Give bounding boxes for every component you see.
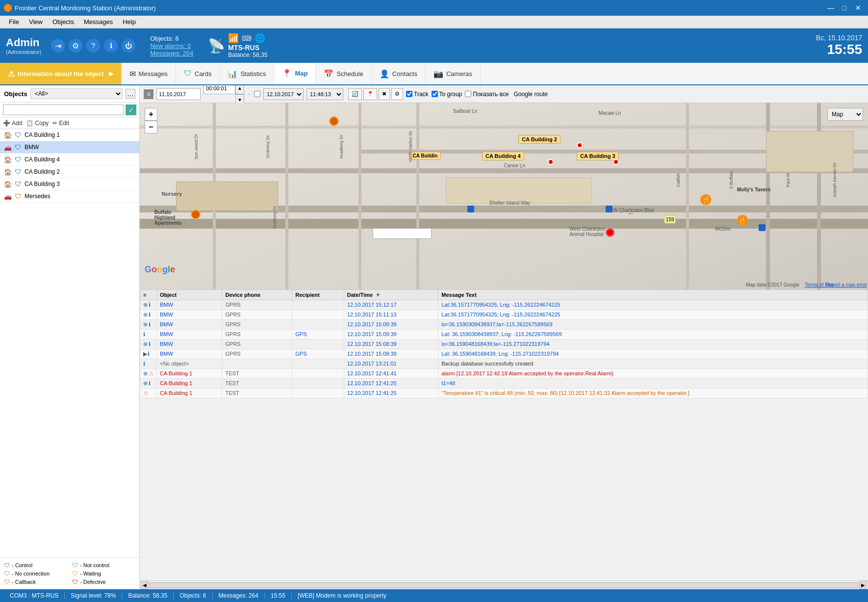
scroll-right-button[interactable]: ▶ bbox=[859, 581, 867, 589]
list-item[interactable]: 🏠 🛡 CA Building 4 bbox=[0, 154, 139, 166]
tab-info[interactable]: ⚠ Information about the object ▶ bbox=[0, 63, 122, 84]
table-row[interactable]: ⊕ℹBMWGPRS12.10.2017 15:08:39lo=36.159048… bbox=[140, 340, 868, 349]
map-search-box[interactable] bbox=[373, 228, 432, 239]
col-header-device[interactable]: Device phone bbox=[222, 290, 292, 300]
col-header-recipient[interactable]: Recipient bbox=[292, 290, 344, 300]
msg-object-cell[interactable]: BMW bbox=[157, 300, 222, 310]
list-item[interactable]: 🏠 🛡 CA Building 3 bbox=[0, 178, 139, 190]
sidebar-search-ok-button[interactable]: ✓ bbox=[126, 105, 136, 115]
msg-object-cell[interactable]: CA Building 1 bbox=[157, 389, 222, 398]
info-row-icon[interactable]: ℹ bbox=[149, 380, 151, 386]
info-icon[interactable]: ℹ bbox=[104, 39, 118, 52]
location-button[interactable]: 📍 bbox=[363, 88, 377, 100]
new-alarms-link[interactable]: New alarms: 0 bbox=[150, 42, 193, 50]
msg-object-cell[interactable]: CA Building 1 bbox=[157, 379, 222, 389]
menu-file[interactable]: File bbox=[4, 17, 24, 27]
tab-schedule[interactable]: 📅 Schedule bbox=[316, 63, 371, 84]
table-row[interactable]: ℹ<No object>12.10.2017 13:21:01Backup da… bbox=[140, 359, 868, 369]
to-group-checkbox-label[interactable]: To group bbox=[432, 91, 462, 98]
info-row-icon[interactable]: ℹ bbox=[149, 302, 151, 308]
list-item[interactable]: 🏠 🛡 CA Building 2 bbox=[0, 166, 139, 178]
plus-icon[interactable]: ⊕ bbox=[143, 312, 148, 317]
tab-contacts[interactable]: 👤 Contacts bbox=[372, 63, 426, 84]
table-row[interactable]: ⊕⚠CA Building 1TEST12.10.2017 12:41:41al… bbox=[140, 369, 868, 379]
track-checkbox-label[interactable]: Track bbox=[406, 91, 429, 98]
msg-object-cell[interactable]: BMW bbox=[157, 340, 222, 349]
table-row[interactable]: ⊕ℹBMWGPRS12.10.2017 15:11:13Lat:36.15717… bbox=[140, 310, 868, 320]
col-header-text[interactable]: Message Text bbox=[438, 290, 868, 300]
maximize-button[interactable]: □ bbox=[839, 3, 850, 13]
info-row-icon[interactable]: ℹ bbox=[149, 312, 151, 317]
menu-objects[interactable]: Objects bbox=[48, 17, 79, 27]
sidebar-more-button[interactable]: … bbox=[126, 89, 135, 99]
time-from-input[interactable] bbox=[204, 85, 235, 94]
map-label-ca4[interactable]: CA Building 4 bbox=[482, 152, 524, 160]
msg-object-cell[interactable]: BMW bbox=[157, 349, 222, 359]
tab-messages[interactable]: ✉ Messages bbox=[122, 63, 176, 84]
to-group-checkbox[interactable] bbox=[432, 91, 438, 97]
edit-button[interactable]: ✏ Edit bbox=[52, 120, 69, 127]
tab-cards[interactable]: 🛡 Cards bbox=[176, 63, 220, 84]
list-item[interactable]: 🚗 🛡 BMW bbox=[0, 141, 139, 154]
col-header-object[interactable]: Object bbox=[157, 290, 222, 300]
table-row[interactable]: ℹBMWGPRSGPS12.10.2017 15:09:39Lat: 36.15… bbox=[140, 330, 868, 340]
refresh-button[interactable]: 🔄 bbox=[348, 88, 362, 100]
report-map-error-link[interactable]: Report a map error bbox=[826, 282, 867, 288]
zoom-in-button[interactable]: + bbox=[145, 108, 157, 121]
plus-icon[interactable]: ⊕ bbox=[143, 370, 148, 376]
table-row[interactable]: ▶ℹBMWGPRSGPS12.10.2017 15:08:39Lat: 36.1… bbox=[140, 349, 868, 359]
show-all-checkbox-label[interactable]: Показать все bbox=[465, 91, 509, 98]
power-icon[interactable]: ⏻ bbox=[122, 39, 135, 52]
menu-help[interactable]: Help bbox=[118, 17, 141, 27]
table-row[interactable]: ⊕ℹCA Building 1TEST12.10.2017 12:41:25t1… bbox=[140, 379, 868, 389]
msg-object-cell[interactable]: BMW bbox=[157, 330, 222, 340]
track-checkbox[interactable] bbox=[406, 91, 412, 97]
scroll-track[interactable] bbox=[150, 582, 858, 588]
map-type-selector[interactable]: Map Satellite Hybrid bbox=[827, 108, 863, 121]
plus-icon[interactable]: ⊕ bbox=[143, 321, 148, 327]
close-button[interactable]: ✕ bbox=[852, 3, 864, 13]
tab-map[interactable]: 📍 Map bbox=[274, 63, 316, 84]
msg-object-cell[interactable]: CA Building 1 bbox=[157, 369, 222, 379]
map-label-ca3[interactable]: CA Building 3 bbox=[577, 152, 619, 160]
col-header-datetime[interactable]: Date/Time ▼ bbox=[344, 290, 438, 300]
alarm-row-icon[interactable]: ⚠ bbox=[149, 370, 153, 376]
menu-messages[interactable]: Messages bbox=[79, 17, 118, 27]
time-to-select[interactable]: 11:48:13 bbox=[306, 88, 343, 100]
plus-icon[interactable]: ⊕ bbox=[143, 341, 148, 347]
date-from-input[interactable] bbox=[156, 88, 201, 100]
date-to-select[interactable]: 12.10.2017 bbox=[263, 88, 304, 100]
info-row-icon[interactable]: ℹ bbox=[149, 321, 151, 327]
info-row-icon[interactable]: ℹ bbox=[143, 361, 145, 366]
gear-icon[interactable]: ⚙ bbox=[69, 39, 82, 52]
table-row[interactable]: ⊕ℹBMWGPRS12.10.2017 15:09:39lo=36.159030… bbox=[140, 320, 868, 330]
settings-button[interactable]: ⚙ bbox=[391, 88, 403, 100]
copy-button[interactable]: 📋 Copy bbox=[26, 120, 49, 127]
table-row[interactable]: ⊕ℹBMWGPRS12.10.2017 15:12:17Lat:36.15717… bbox=[140, 300, 868, 310]
minimize-button[interactable]: — bbox=[825, 3, 837, 13]
list-item[interactable]: 🏠 🛡 CA Building 1 bbox=[0, 129, 139, 141]
time-up-button[interactable]: ▲ bbox=[235, 85, 244, 94]
alarm-row-icon[interactable]: ⚠ bbox=[143, 390, 148, 396]
tab-statistics[interactable]: 📊 Statistics bbox=[220, 63, 274, 84]
show-all-checkbox[interactable] bbox=[465, 91, 471, 97]
sidebar-filter-select[interactable]: <All> bbox=[30, 88, 123, 99]
plus-icon[interactable]: ⊕ bbox=[143, 380, 148, 386]
map-label-ca2[interactable]: CA Building 2 bbox=[518, 135, 561, 144]
map-label-ca1[interactable]: CA Buildin bbox=[409, 152, 441, 160]
exit-icon[interactable]: ⇥ bbox=[51, 39, 65, 52]
sidebar-search-input[interactable] bbox=[3, 105, 124, 115]
tab-cameras[interactable]: 📷 Cameras bbox=[426, 63, 481, 84]
date-checkbox[interactable] bbox=[254, 91, 260, 97]
menu-view[interactable]: View bbox=[24, 17, 48, 27]
scroll-left-button[interactable]: ◀ bbox=[141, 581, 149, 589]
add-button[interactable]: ➕ Add bbox=[3, 120, 22, 127]
list-item[interactable]: 🚗 🛡 Mersedes bbox=[0, 190, 139, 203]
info-row-icon[interactable]: ℹ bbox=[148, 351, 150, 357]
msg-object-cell[interactable]: BMW bbox=[157, 310, 222, 320]
messages-link[interactable]: Messages: 264 bbox=[150, 50, 193, 57]
zoom-out-button[interactable]: − bbox=[145, 121, 157, 133]
table-row[interactable]: ⚠CA Building 1TEST12.10.2017 12:41:25"Te… bbox=[140, 389, 868, 398]
msg-object-cell[interactable]: BMW bbox=[157, 320, 222, 330]
info-row-icon[interactable]: ℹ bbox=[143, 331, 145, 337]
